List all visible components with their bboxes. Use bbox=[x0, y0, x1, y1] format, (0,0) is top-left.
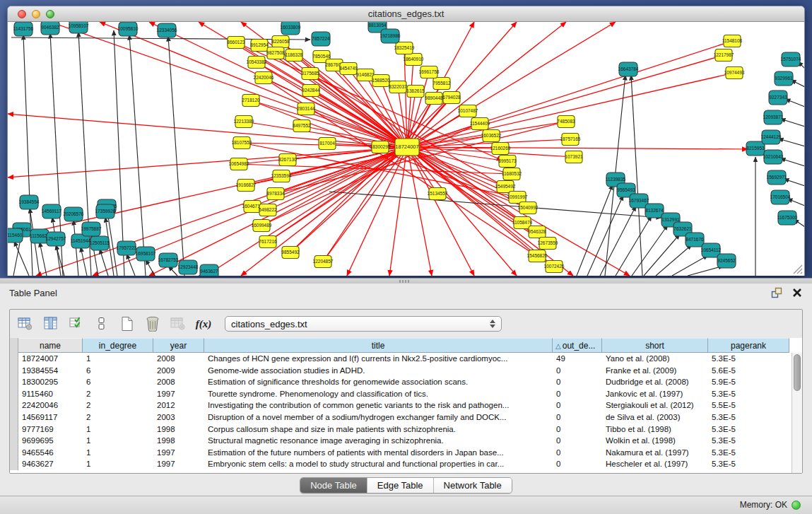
graph-node[interactable] bbox=[762, 130, 780, 144]
table-cell[interactable]: 9699695 bbox=[18, 435, 83, 447]
scrollbar-thumb[interactable] bbox=[794, 354, 801, 391]
table-cell[interactable]: 1 bbox=[83, 435, 153, 447]
graph-node[interactable] bbox=[546, 261, 563, 273]
graph-node[interactable] bbox=[319, 138, 336, 150]
graph-node[interactable] bbox=[20, 195, 38, 209]
table-row[interactable]: 969969511998Structural magnetic resonanc… bbox=[10, 435, 792, 447]
graph-node[interactable] bbox=[499, 156, 516, 168]
graph-node[interactable] bbox=[286, 49, 302, 62]
table-row[interactable]: 1938455462009Genome-wide association stu… bbox=[10, 365, 792, 377]
graph-node[interactable] bbox=[272, 36, 289, 48]
graph-node[interactable] bbox=[248, 57, 265, 69]
splitter-handle-icon[interactable] bbox=[399, 280, 411, 283]
vertical-scrollbar[interactable] bbox=[792, 353, 802, 473]
table-cell[interactable]: Dudbridge et al. (2008) bbox=[602, 376, 708, 388]
column-header-name[interactable]: name bbox=[18, 338, 83, 353]
graph-node[interactable] bbox=[775, 71, 793, 86]
table-cell[interactable]: 0 bbox=[553, 376, 602, 388]
graph-node[interactable] bbox=[429, 188, 446, 200]
table-cell[interactable]: Structural magnetic resonance image aver… bbox=[204, 435, 553, 447]
new-document-icon[interactable] bbox=[119, 315, 136, 332]
table-cell[interactable]: 1998 bbox=[153, 424, 204, 436]
graph-node[interactable] bbox=[159, 253, 177, 267]
graph-node[interactable] bbox=[30, 229, 49, 243]
table-cell[interactable]: Changes of HCN gene expression and I(f) … bbox=[204, 353, 553, 365]
table-cell[interactable]: 2 bbox=[83, 399, 153, 411]
table-cell[interactable]: 6 bbox=[83, 365, 153, 377]
column-header-short[interactable]: short bbox=[602, 338, 708, 353]
table-cell[interactable]: 5.3E-5 bbox=[708, 435, 789, 447]
table-cell[interactable]: 9777169 bbox=[18, 424, 83, 436]
graph-node[interactable] bbox=[767, 170, 786, 185]
network-canvas[interactable]: 8660123891295482260589827508118632810543… bbox=[8, 22, 804, 276]
graph-node[interactable] bbox=[778, 211, 796, 225]
table-cell[interactable]: 2008 bbox=[153, 353, 204, 365]
graph-node[interactable] bbox=[267, 47, 284, 59]
float-panel-icon[interactable] bbox=[771, 287, 782, 298]
table-cell[interactable]: 2012 bbox=[153, 399, 204, 411]
table-source-selector[interactable]: citations_edges.txt bbox=[225, 316, 502, 332]
graph-node[interactable] bbox=[96, 204, 114, 218]
table-cell[interactable]: 5.3E-5 bbox=[708, 411, 789, 424]
table-cell[interactable]: 5.9E-5 bbox=[708, 376, 789, 388]
minimize-window-icon[interactable] bbox=[32, 10, 40, 18]
graph-node[interactable] bbox=[259, 236, 276, 248]
table-row[interactable]: 911546021997Tourette syndrome. Phenomeno… bbox=[10, 388, 792, 400]
table-cell[interactable]: 9465546 bbox=[18, 447, 83, 459]
table-cell[interactable]: 2008 bbox=[153, 376, 204, 388]
table-cell[interactable]: 0 bbox=[553, 458, 602, 470]
graph-node[interactable] bbox=[746, 141, 765, 156]
show-columns-icon[interactable] bbox=[42, 315, 59, 332]
table-cell[interactable]: 1997 bbox=[153, 458, 204, 470]
table-cell[interactable]: de Silva et al. (2003) bbox=[602, 411, 708, 424]
graph-node[interactable] bbox=[281, 22, 300, 35]
table-cell[interactable]: 1 bbox=[83, 353, 153, 365]
graph-node[interactable] bbox=[425, 93, 442, 105]
graph-node[interactable] bbox=[47, 232, 65, 246]
zoom-window-icon[interactable] bbox=[46, 10, 54, 18]
graph-node[interactable] bbox=[529, 250, 546, 262]
graph-node[interactable] bbox=[302, 68, 319, 80]
table-row[interactable]: 2242004622012Investigating the contribut… bbox=[10, 399, 792, 411]
graph-node[interactable] bbox=[769, 90, 787, 105]
graph-node[interactable] bbox=[82, 222, 100, 236]
graph-node[interactable] bbox=[389, 81, 406, 93]
window-resize-grip[interactable] bbox=[792, 263, 803, 274]
table-cell[interactable]: Tourette syndrome. Phenomenology and cla… bbox=[204, 388, 553, 400]
graph-node[interactable] bbox=[717, 254, 736, 268]
table-row[interactable]: 1872400712008Changes of HCN gene express… bbox=[10, 353, 792, 365]
graph-node[interactable] bbox=[136, 247, 155, 261]
table-cell[interactable]: 5.3E-5 bbox=[708, 388, 789, 400]
table-cell[interactable]: 1997 bbox=[153, 447, 204, 459]
table-cell[interactable]: Hescheler et al. (1997) bbox=[602, 458, 708, 470]
table-cell[interactable]: 1 bbox=[83, 447, 153, 459]
graph-node[interactable] bbox=[267, 188, 284, 200]
graph-node[interactable] bbox=[764, 110, 782, 124]
table-cell[interactable]: 1998 bbox=[153, 435, 204, 447]
table-cell[interactable]: Yano et al. (2008) bbox=[602, 353, 708, 365]
table-cell[interactable]: 2009 bbox=[153, 365, 204, 377]
table-cell[interactable]: 5.3E-5 bbox=[708, 447, 789, 459]
column-header-pagerank[interactable]: pagerank bbox=[708, 338, 789, 353]
graph-node[interactable] bbox=[273, 170, 290, 182]
table-cell[interactable]: Embryonic stem cells: a model to study s… bbox=[204, 458, 553, 470]
trash-icon[interactable] bbox=[144, 315, 161, 332]
close-panel-icon[interactable] bbox=[792, 288, 802, 298]
table-cell[interactable]: 0 bbox=[553, 388, 602, 400]
graph-node[interactable] bbox=[503, 168, 520, 180]
graph-node[interactable] bbox=[497, 181, 514, 193]
function-builder-icon[interactable]: f(x) bbox=[195, 315, 212, 332]
graph-node[interactable] bbox=[179, 260, 197, 274]
graph-node[interactable] bbox=[90, 236, 109, 250]
table-cell[interactable]: Tibbo et al. (1998) bbox=[602, 424, 708, 436]
graph-node[interactable] bbox=[253, 220, 270, 232]
window-titlebar[interactable]: citations_edges.txt bbox=[8, 6, 804, 22]
table-cell[interactable]: Jankovic et al. (1997) bbox=[602, 388, 708, 400]
graph-node[interactable] bbox=[519, 202, 536, 214]
table-cell[interactable]: 6 bbox=[83, 376, 153, 388]
graph-node[interactable] bbox=[558, 116, 575, 128]
table-cell[interactable]: Franke et al. (2009) bbox=[602, 365, 708, 377]
graph-node[interactable] bbox=[8, 228, 23, 243]
table-row[interactable]: 1456911722003Disruption of a novel membe… bbox=[10, 411, 792, 424]
table-cell[interactable]: Wolkin et al. (1998) bbox=[602, 435, 708, 447]
